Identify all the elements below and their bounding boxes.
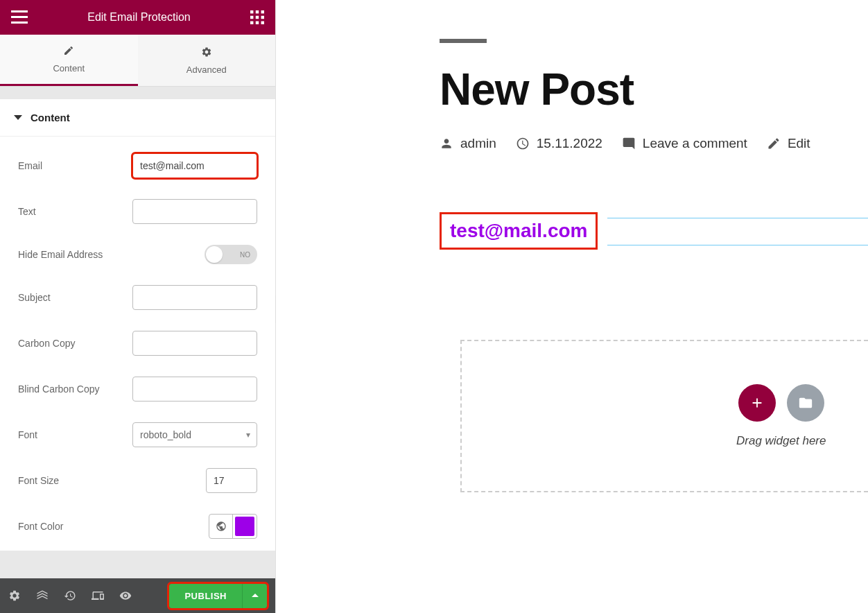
section-title: Content	[31, 112, 70, 123]
person-icon	[440, 137, 453, 150]
history-icon[interactable]	[64, 589, 76, 602]
navigator-icon[interactable]	[36, 589, 49, 602]
svg-rect-11	[261, 21, 264, 24]
section-header[interactable]: Content	[0, 99, 275, 137]
font-select[interactable]: roboto_bold	[132, 422, 257, 447]
svg-rect-5	[261, 10, 264, 13]
field-fontsize: Font Size	[18, 468, 257, 493]
field-cc: Carbon Copy	[18, 331, 257, 356]
svg-rect-8	[261, 16, 264, 19]
svg-rect-7	[256, 16, 259, 19]
svg-rect-1	[11, 16, 28, 18]
author-name: admin	[460, 136, 496, 151]
meta-date[interactable]: 15.11.2022	[516, 136, 602, 151]
meta-edit[interactable]: Edit	[767, 136, 810, 151]
email-widget[interactable]: test@mail.com	[440, 212, 868, 250]
separator	[0, 87, 275, 99]
edit-icon	[767, 137, 781, 150]
separator	[0, 551, 275, 578]
toggle-knob	[206, 246, 223, 263]
toggle-value: NO	[240, 251, 250, 259]
post-date: 15.11.2022	[537, 136, 602, 151]
email-block: test@mail.com	[440, 212, 598, 250]
add-widget-button[interactable]	[738, 384, 776, 422]
field-fontcolor: Font Color	[18, 514, 257, 539]
globe-icon[interactable]	[209, 515, 233, 538]
caret-down-icon	[14, 115, 22, 120]
fontsize-label: Font Size	[18, 475, 206, 486]
svg-rect-3	[250, 10, 253, 13]
email-preview-text: test@mail.com	[450, 220, 587, 241]
meta-author[interactable]: admin	[440, 136, 496, 151]
folder-icon	[798, 395, 813, 411]
preview-icon[interactable]	[119, 589, 132, 602]
template-button[interactable]	[787, 384, 824, 422]
bcc-label: Blind Carbon Copy	[18, 383, 132, 395]
form-body: Email Text Hide Email Address NO Subject…	[0, 137, 275, 551]
responsive-icon[interactable]	[92, 589, 104, 602]
panel-title: Edit Email Protection	[87, 11, 191, 24]
color-swatch[interactable]	[235, 517, 254, 536]
preview-canvas: New Post admin 15.11.2022 Leave a commen…	[276, 0, 868, 613]
svg-rect-10	[256, 21, 259, 24]
email-label: Email	[18, 160, 132, 171]
svg-rect-6	[250, 16, 253, 19]
tab-content-label: Content	[53, 63, 85, 74]
comment-link: Leave a comment	[643, 136, 747, 151]
bcc-input[interactable]	[132, 377, 257, 402]
publish-options-button[interactable]	[242, 584, 267, 608]
bottom-toolbar: PUBLISH	[0, 578, 275, 613]
text-input[interactable]	[132, 199, 257, 224]
hide-email-toggle[interactable]: NO	[205, 245, 257, 264]
clock-icon	[516, 137, 530, 150]
settings-icon[interactable]	[8, 589, 21, 602]
cc-label: Carbon Copy	[18, 338, 132, 349]
widget-dropzone[interactable]: Drag widget here	[460, 340, 868, 492]
apps-grid-icon[interactable]	[250, 10, 264, 24]
svg-rect-9	[250, 21, 253, 24]
field-bcc: Blind Carbon Copy	[18, 377, 257, 402]
fontcolor-label: Font Color	[18, 521, 209, 532]
post-meta: admin 15.11.2022 Leave a comment Edit	[440, 136, 868, 151]
field-subject: Subject	[18, 285, 257, 310]
dropzone-label: Drag widget here	[736, 434, 826, 448]
edit-link: Edit	[788, 136, 810, 151]
publish-group: PUBLISH	[169, 584, 267, 608]
pencil-icon	[63, 45, 74, 59]
selection-border	[607, 218, 868, 218]
subject-label: Subject	[18, 292, 132, 303]
field-font: Font roboto_bold ▾	[18, 422, 257, 447]
comment-icon	[622, 137, 636, 150]
field-email: Email	[18, 153, 257, 178]
svg-rect-4	[256, 10, 259, 13]
gear-icon	[201, 46, 212, 60]
text-label: Text	[18, 206, 132, 217]
cc-input[interactable]	[132, 331, 257, 356]
color-picker	[209, 514, 257, 539]
post-divider	[440, 39, 487, 43]
tab-advanced[interactable]: Advanced	[138, 35, 276, 86]
field-text: Text	[18, 199, 257, 224]
hide-email-label: Hide Email Address	[18, 249, 205, 260]
svg-rect-0	[11, 10, 28, 12]
meta-comment[interactable]: Leave a comment	[622, 136, 747, 151]
publish-button[interactable]: PUBLISH	[169, 584, 242, 608]
plus-icon	[749, 395, 765, 411]
menu-icon[interactable]	[11, 10, 28, 24]
field-hide-email: Hide Email Address NO	[18, 245, 257, 264]
panel-tabs: Content Advanced	[0, 35, 275, 87]
tab-content[interactable]: Content	[0, 35, 138, 86]
svg-rect-2	[11, 21, 28, 24]
post-title: New Post	[440, 64, 868, 115]
selection-border	[607, 245, 868, 245]
editor-panel: Edit Email Protection Content Advanced C…	[0, 0, 276, 613]
email-input[interactable]	[132, 153, 257, 178]
subject-input[interactable]	[132, 285, 257, 310]
fontsize-input[interactable]	[206, 468, 257, 493]
panel-header: Edit Email Protection	[0, 0, 275, 35]
font-label: Font	[18, 429, 132, 440]
tab-advanced-label: Advanced	[186, 64, 227, 75]
